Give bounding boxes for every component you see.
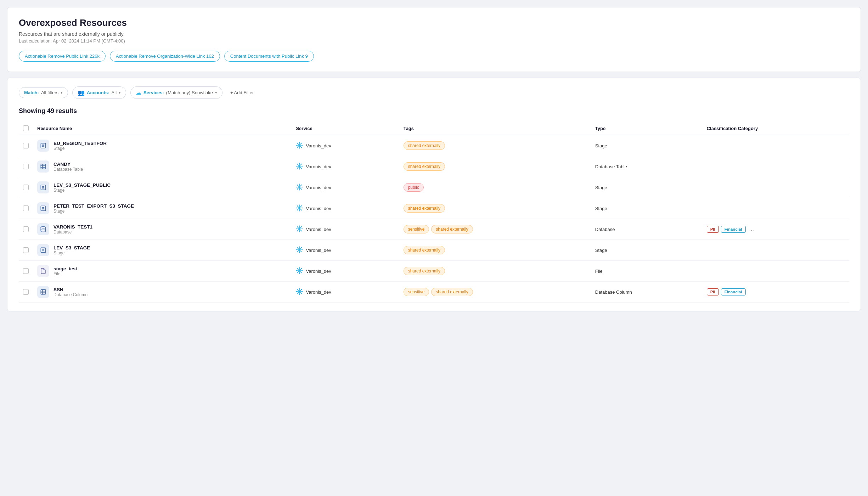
page-subtitle: Resources that are shared externally or … — [19, 31, 849, 37]
row-checkbox-4[interactable] — [23, 226, 29, 232]
service-cell: Varonis_dev — [296, 246, 395, 254]
resource-subtype: Stage — [53, 188, 111, 193]
svg-point-30 — [301, 163, 302, 164]
svg-point-44 — [301, 184, 302, 185]
select-all-checkbox[interactable] — [23, 125, 29, 131]
col-resource-name: Resource Name — [33, 122, 292, 135]
svg-point-27 — [302, 165, 303, 167]
row-checkbox-7[interactable] — [23, 289, 29, 295]
match-filter-key: Match: — [24, 90, 39, 95]
svg-point-28 — [297, 163, 298, 164]
row-checkbox-1[interactable] — [23, 164, 29, 169]
type-cell: Database Table — [591, 156, 703, 177]
chip-0[interactable]: Actionable Remove Public Link 226k — [19, 51, 106, 62]
tag: shared externally — [404, 246, 445, 254]
resource-name[interactable]: CANDY — [53, 162, 83, 167]
svg-point-93 — [299, 267, 300, 268]
resource-icon-file — [37, 265, 49, 277]
svg-point-29 — [301, 168, 302, 169]
chip-2[interactable]: Content Documents with Public Link 9 — [224, 51, 314, 62]
row-checkbox-3[interactable] — [23, 205, 29, 211]
svg-point-40 — [296, 186, 297, 187]
svg-point-80 — [299, 246, 300, 247]
resource-name[interactable]: SSN — [53, 287, 88, 292]
type-cell: Database Column — [591, 282, 703, 303]
svg-point-6 — [299, 142, 300, 143]
service-cell: Varonis_dev — [296, 267, 395, 275]
resource-icon-stage — [37, 244, 49, 256]
row-checkbox-0[interactable] — [23, 143, 29, 148]
resource-name[interactable]: PETER_TEST_EXPORT_S3_STAGE — [53, 203, 134, 209]
type-cell: Database — [591, 219, 703, 240]
resource-name[interactable]: LEV_S3_STAGE — [53, 245, 90, 250]
accounts-filter[interactable]: 👥 Accounts: All ▾ — [72, 86, 126, 99]
accounts-icon: 👥 — [78, 89, 85, 96]
resource-name[interactable]: LEV_S3_STAGE_PUBLIC — [53, 182, 111, 188]
svg-point-53 — [299, 210, 300, 212]
type-cell: File — [591, 261, 703, 282]
services-filter-val: (Match any) Snowflake — [166, 90, 213, 95]
svg-point-117 — [297, 293, 298, 294]
resource-name[interactable]: stage_test — [53, 266, 77, 271]
svg-point-41 — [302, 186, 303, 187]
svg-point-114 — [297, 289, 298, 290]
resource-subtype: Database — [53, 230, 92, 235]
tag: shared externally — [431, 225, 473, 233]
svg-rect-101 — [41, 289, 46, 294]
table-row: stage_testFileVaronis_devshared external… — [19, 261, 849, 282]
row-checkbox-5[interactable] — [23, 247, 29, 253]
row-checkbox-6[interactable] — [23, 268, 29, 274]
services-filter[interactable]: ☁ Services: (Match any) Snowflake ▾ — [130, 86, 222, 99]
service-cell: Varonis_dev — [296, 163, 395, 171]
svg-point-97 — [297, 268, 298, 269]
tag: shared externally — [404, 162, 445, 171]
add-filter-button[interactable]: + Add Filter — [227, 88, 257, 98]
table-row: LEV_S3_STAGE_PUBLICStageVaronis_devpubli… — [19, 177, 849, 198]
svg-point-31 — [297, 168, 298, 169]
service-name: Varonis_dev — [306, 206, 331, 211]
table-row: SSNDatabase ColumnVaronis_devsensitivesh… — [19, 282, 849, 303]
tag: shared externally — [404, 267, 445, 275]
resource-icon-table — [37, 160, 49, 173]
tags-cell: shared externally — [404, 246, 587, 254]
tag: shared externally — [431, 288, 473, 296]
results-panel: Match: All filters ▾ 👥 Accounts: All ▾ ☁… — [7, 78, 861, 311]
svg-point-73 — [297, 230, 298, 231]
svg-point-96 — [302, 270, 303, 271]
svg-point-111 — [299, 294, 300, 295]
resource-subtype: Stage — [53, 250, 90, 255]
service-cell: Varonis_dev — [296, 225, 395, 233]
type-cell: Stage — [591, 177, 703, 198]
svg-point-95 — [296, 270, 297, 271]
service-cell: Varonis_dev — [296, 142, 395, 150]
svg-point-70 — [297, 226, 298, 227]
services-filter-chevron: ▾ — [215, 90, 217, 95]
resource-icon-db — [37, 223, 49, 235]
resource-name[interactable]: EU_REGION_TESTFOR — [53, 141, 107, 146]
svg-point-81 — [299, 252, 300, 253]
table-row: LEV_S3_STAGEStageVaronis_devshared exter… — [19, 240, 849, 261]
service-name: Varonis_dev — [306, 143, 331, 148]
svg-point-83 — [302, 249, 303, 250]
filter-bar: Match: All filters ▾ 👥 Accounts: All ▾ ☁… — [19, 86, 849, 99]
svg-point-59 — [297, 209, 298, 210]
more-badges-button[interactable]: ... — [748, 226, 755, 232]
type-cell: Stage — [591, 198, 703, 219]
badge-financial: Financial — [721, 226, 746, 233]
row-checkbox-2[interactable] — [23, 185, 29, 190]
svg-point-60 — [41, 227, 46, 229]
svg-point-13 — [297, 147, 298, 148]
svg-point-115 — [301, 293, 302, 294]
chip-1[interactable]: Actionable Remove Organization-Wide Link… — [110, 51, 220, 62]
resource-name[interactable]: VARONIS_TEST1 — [53, 224, 92, 230]
snowflake-icon — [296, 184, 303, 192]
match-filter[interactable]: Match: All filters ▾ — [19, 87, 68, 98]
classification-cell: PIIFinancial... — [707, 226, 845, 233]
resource-subtype: File — [53, 271, 77, 276]
svg-point-85 — [301, 251, 302, 252]
match-filter-chevron: ▾ — [61, 90, 63, 95]
tags-cell: shared externally — [404, 204, 587, 213]
services-filter-key: Services: — [143, 90, 164, 95]
snowflake-icon — [296, 163, 303, 171]
svg-point-67 — [299, 231, 300, 232]
